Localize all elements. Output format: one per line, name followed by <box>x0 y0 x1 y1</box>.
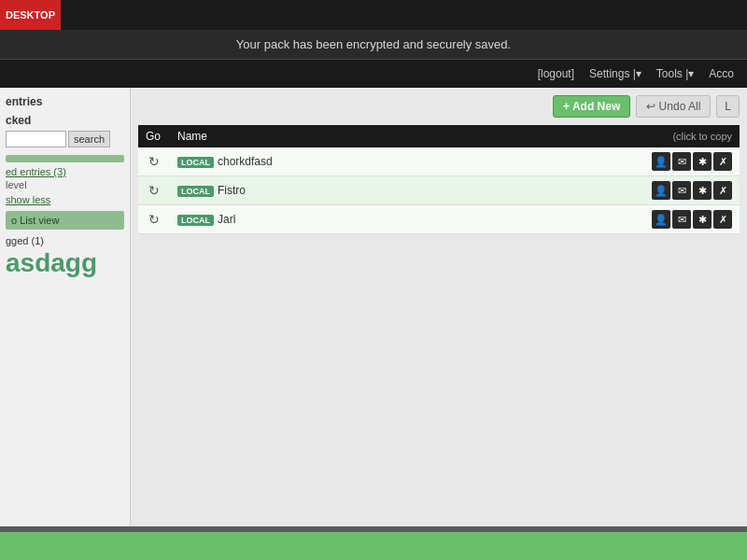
desktop-badge: DESKTOP <box>0 0 61 30</box>
table-row: ↻LOCALchorkdfasd👤✉✱✗ <box>138 147 740 176</box>
email-icon[interactable]: ✉ <box>672 210 691 229</box>
user-icon[interactable]: 👤 <box>652 210 670 229</box>
local-badge: LOCAL <box>177 215 214 226</box>
top-bar: DESKTOP <box>0 0 747 30</box>
sidebar-level: level <box>6 179 124 190</box>
sidebar-green-block-1[interactable] <box>6 155 124 162</box>
tools-menu[interactable]: Tools |▾ <box>651 65 699 82</box>
local-badge: LOCAL <box>177 157 214 168</box>
email-icon[interactable]: ✉ <box>672 181 691 200</box>
entries-table: Go Name (click to copy ↻LOCALchorkdfasd👤… <box>138 125 740 234</box>
content-area: + Add New ↩ Undo All L Go Name (click to… <box>131 88 747 526</box>
asterisk-icon[interactable]: ✱ <box>693 210 712 229</box>
account-menu[interactable]: Acco <box>703 65 740 82</box>
user-icon[interactable]: 👤 <box>652 152 670 171</box>
action-icons: 👤✉✱✗ <box>483 152 732 171</box>
notification-bar: Your pack has been encrypted and securel… <box>0 30 747 60</box>
sidebar-locked-title: cked <box>6 114 124 127</box>
close-icon[interactable]: ✗ <box>713 210 732 229</box>
content-toolbar: + Add New ↩ Undo All L <box>138 95 740 118</box>
col-go: Go <box>138 125 170 147</box>
col-actions: (click to copy <box>475 125 740 147</box>
entry-name: Jarl <box>218 213 235 226</box>
go-icon[interactable]: ↻ <box>146 182 162 199</box>
table-row: ↻LOCALJarl👤✉✱✗ <box>138 205 740 234</box>
settings-menu[interactable]: Settings |▾ <box>584 65 647 82</box>
email-icon[interactable]: ✉ <box>672 152 691 171</box>
add-new-button[interactable]: + Add New <box>553 95 630 118</box>
local-badge: LOCAL <box>177 186 214 197</box>
tag-name[interactable]: asdagg <box>6 248 124 278</box>
nav-bar: [logout] Settings |▾ Tools |▾ Acco <box>0 60 747 88</box>
search-input[interactable] <box>6 131 66 147</box>
action-icons: 👤✉✱✗ <box>483 181 732 200</box>
tagged-title: gged (1) <box>6 235 124 246</box>
asterisk-icon[interactable]: ✱ <box>693 181 712 200</box>
close-icon[interactable]: ✗ <box>713 152 732 171</box>
go-icon[interactable]: ↻ <box>146 211 162 228</box>
search-box: search <box>6 131 124 147</box>
show-less-link[interactable]: show less <box>6 194 124 205</box>
sidebar-title: entries <box>6 95 124 108</box>
search-button[interactable]: search <box>68 131 110 147</box>
extra-button[interactable]: L <box>716 95 740 118</box>
logout-link[interactable]: [logout] <box>532 65 580 82</box>
close-icon[interactable]: ✗ <box>713 181 732 200</box>
sidebar-view-block[interactable]: o List view <box>6 211 124 230</box>
notification-message: Your pack has been encrypted and securel… <box>236 37 511 51</box>
sidebar: entries cked search ed entries (3) level… <box>0 88 131 526</box>
col-name: Name <box>170 125 475 147</box>
user-icon[interactable]: 👤 <box>652 181 670 200</box>
entry-name: Fistro <box>218 184 246 197</box>
asterisk-icon[interactable]: ✱ <box>693 152 712 171</box>
table-row: ↻LOCALFistro👤✉✱✗ <box>138 176 740 205</box>
entry-name: chorkdfasd <box>218 155 273 168</box>
action-icons: 👤✉✱✗ <box>483 210 732 229</box>
bottom-bar <box>0 532 747 560</box>
main-layout: entries cked search ed entries (3) level… <box>0 88 747 526</box>
undo-all-button[interactable]: ↩ Undo All <box>636 95 711 118</box>
checked-entries-link[interactable]: ed entries (3) <box>6 166 124 177</box>
go-icon[interactable]: ↻ <box>146 153 162 170</box>
